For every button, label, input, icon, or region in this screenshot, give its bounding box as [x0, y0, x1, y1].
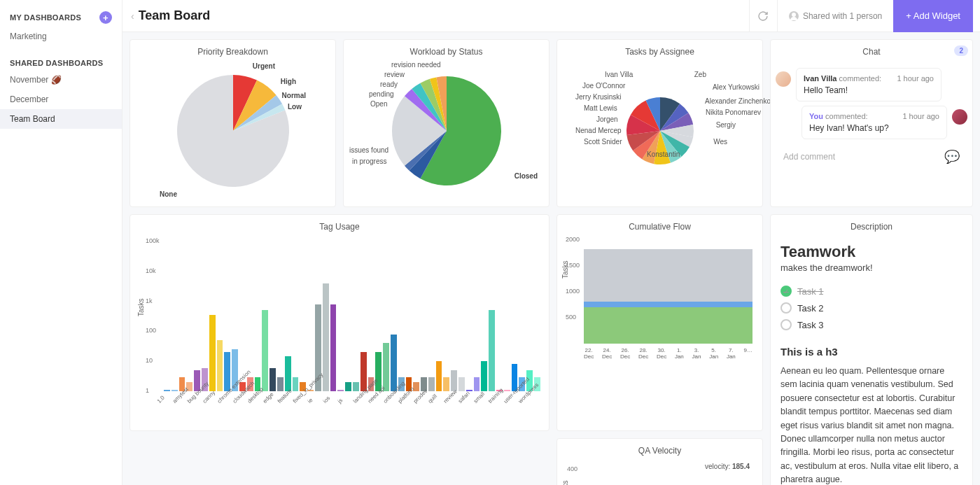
chat-badge: 2 — [954, 45, 968, 56]
chat-body-text: Hey Ivan! What's up? — [809, 123, 939, 133]
chart-label: Matt Lewis — [584, 104, 617, 112]
chart-label: issues found — [349, 146, 388, 154]
chart-label: Low — [288, 103, 302, 111]
widget-assignee[interactable]: Tasks by Assignee Ivan VillaJoe O'Connor… — [556, 39, 763, 207]
chart-label: Scott Snider — [584, 138, 622, 146]
bar — [481, 361, 487, 391]
bar — [262, 310, 268, 391]
chart-label: Konstantin — [647, 150, 680, 158]
bar — [489, 310, 495, 391]
chart-label: pending — [369, 90, 394, 98]
add-dashboard-button[interactable]: + — [99, 11, 112, 24]
widget-chat[interactable]: Chat 2 Ivan Villa commented:1 hour ago H… — [770, 39, 973, 207]
bar — [458, 377, 465, 391]
widget-title: Cumulative Flow — [563, 222, 757, 232]
task-label: Task 1 — [797, 286, 824, 297]
bar — [285, 356, 291, 391]
widget-title: QA Velocity — [563, 446, 757, 456]
shared-with-label: Shared with 1 person — [803, 11, 882, 21]
bar — [428, 377, 435, 391]
avatar — [952, 109, 967, 125]
bar — [337, 390, 344, 391]
dashboard-grid: Priority Breakdown UrgentHighNormalLowNo… — [122, 32, 980, 485]
bar — [353, 382, 359, 391]
task-row[interactable]: Task 2 — [780, 300, 962, 316]
back-chevron-icon[interactable]: ‹ — [127, 10, 139, 22]
sidebar-item[interactable]: Marketing — [0, 27, 122, 46]
chart-label: Zeb — [694, 71, 706, 78]
widget-cumulative-flow[interactable]: Cumulative Flow Tasks 500100015002000 22… — [556, 214, 763, 431]
chat-input[interactable]: Add comment 💬 — [776, 143, 967, 170]
checkbox-icon[interactable] — [780, 319, 792, 330]
y-axis-label: Tasks — [137, 298, 145, 316]
my-dashboards-label: MY DASHBOARDS — [10, 13, 81, 22]
page-title: Team Board — [139, 8, 211, 23]
chart-label: Normal — [282, 92, 306, 99]
bar — [209, 315, 216, 391]
chat-author: Ivan Villa — [804, 74, 837, 83]
chart-label: None — [160, 190, 177, 198]
bar — [217, 340, 223, 391]
chat-author: You — [809, 112, 823, 120]
avatar — [776, 71, 791, 87]
chat-body-text: Hello Team! — [804, 85, 934, 95]
bar — [277, 377, 284, 391]
refresh-icon — [757, 10, 769, 22]
chart-label: Alexander Zinchenko — [705, 97, 771, 105]
chart-label: High — [281, 78, 296, 85]
shared-dashboards-header: SHARED DASHBOARDS — [0, 56, 122, 70]
chart-label: Ivan Villa — [605, 71, 633, 78]
widget-description[interactable]: Description Teamwork makes the dreamwork… — [770, 214, 973, 485]
widget-qa-velocity[interactable]: QA Velocity velocity: 185.4 Tasks 100200… — [556, 438, 763, 485]
bar — [172, 390, 178, 391]
desc-paragraph: Aenean eu leo quam. Pellentesque ornare … — [780, 365, 962, 485]
chart-label: in progress — [352, 157, 386, 165]
bar — [436, 361, 442, 391]
bar — [293, 377, 299, 391]
widget-title: Priority Breakdown — [136, 47, 330, 57]
checkbox-icon[interactable] — [780, 302, 792, 314]
sidebar-item[interactable]: Team Board — [0, 109, 122, 129]
area-done — [584, 307, 752, 344]
chart-label: Open — [370, 100, 387, 108]
widget-title: Tag Usage — [136, 222, 543, 232]
widget-tag-usage[interactable]: Tag Usage Tasks 1101001k10k100k 1.0amyte… — [130, 214, 550, 431]
checkbox-icon[interactable]: ✓ — [780, 286, 792, 297]
bar — [451, 370, 457, 391]
tag-usage-chart: Tasks 1101001k10k100k 1.0amytestbug boun… — [136, 236, 543, 425]
bar — [330, 304, 337, 391]
widget-title: Description — [776, 222, 967, 232]
shared-dashboards-label: SHARED DASHBOARDS — [10, 59, 103, 67]
desc-heading: Teamwork — [780, 243, 962, 261]
add-widget-button[interactable]: + Add Widget — [893, 0, 973, 32]
desc-subheading: makes the dreamwork! — [780, 262, 962, 273]
widget-title: Tasks by Assignee — [563, 47, 757, 57]
chat-time: 1 hour ago — [897, 74, 934, 83]
chat-message: You commented:1 hour ago Hey Ivan! What'… — [802, 106, 947, 139]
assignee-chart: Ivan VillaJoe O'ConnorJerry KrusinskiMat… — [563, 61, 757, 201]
chart-label: Joe O'Connor — [582, 82, 625, 90]
task-row[interactable]: Task 3 — [780, 316, 962, 333]
qa-velocity-chart: velocity: 185.4 Tasks 100200400 — [563, 460, 757, 485]
sidebar-item[interactable]: December — [0, 90, 122, 109]
bar — [443, 377, 449, 391]
widget-priority[interactable]: Priority Breakdown UrgentHighNormalLowNo… — [130, 39, 336, 207]
desc-h3: This is a h3 — [780, 346, 962, 358]
chart-label: revision needed — [391, 61, 441, 69]
widget-title: Chat — [776, 47, 967, 57]
sidebar-item[interactable]: November 🏈 — [0, 70, 122, 90]
widget-workload[interactable]: Workload by Status Closedin progressissu… — [343, 39, 550, 207]
bar — [270, 368, 276, 391]
chart-label: Closed — [514, 172, 538, 180]
person-icon — [789, 11, 799, 21]
task-row[interactable]: ✓Task 1 — [780, 283, 962, 300]
priority-chart: UrgentHighNormalLowNone — [136, 61, 330, 201]
speech-bubble-icon: 💬 — [944, 149, 960, 164]
chat-time: 1 hour ago — [902, 112, 939, 120]
chart-label: Jorgen — [596, 115, 618, 123]
chart-label: Sergiy — [716, 121, 736, 129]
refresh-button[interactable] — [749, 0, 777, 32]
main: ‹ Team Board Shared with 1 person + Add … — [122, 0, 980, 485]
chart-label: Jerry Krusinski — [575, 93, 622, 101]
shared-with-button[interactable]: Shared with 1 person — [777, 0, 893, 32]
